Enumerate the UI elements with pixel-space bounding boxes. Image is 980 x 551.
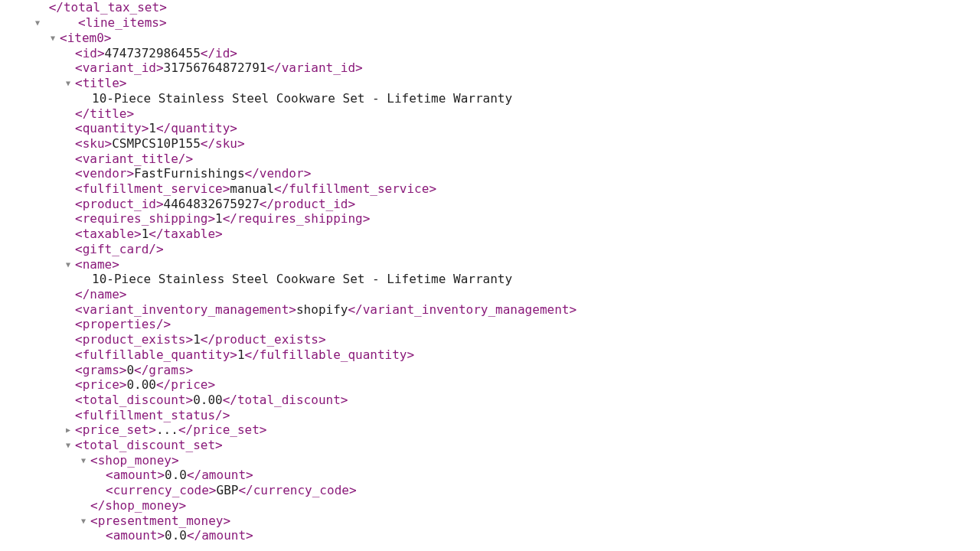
xml-leaf-variant-id: <variant_id>31756764872791</variant_id> [0,60,980,76]
xml-leaf-variant-inventory-management: <variant_inventory_management>shopify</v… [0,302,980,318]
xml-leaf-taxable: <taxable>1</taxable> [0,227,980,242]
toggle-icon[interactable]: ▼ [64,257,72,272]
xml-leaf-id: <id>4747372986455</id> [0,46,980,61]
xml-node-name[interactable]: ▼ <name> [0,257,980,272]
xml-text-title: 10-Piece Stainless Steel Cookware Set - … [0,91,980,106]
xml-node-price-set-collapsed[interactable]: ▶ <price_set>...</price_set> [0,422,980,438]
xml-leaf-total-discount: <total_discount>0.00</total_discount> [0,393,980,408]
xml-node-total-discount-set[interactable]: ▼ <total_discount_set> [0,438,980,453]
xml-leaf-product-exists: <product_exists>1</product_exists> [0,332,980,347]
xml-leaf-price: <price>0.00</price> [0,377,980,393]
toggle-icon[interactable]: ▼ [80,453,87,468]
toggle-icon[interactable]: ▼ [49,31,57,46]
xml-node-item0[interactable]: ▼ <item0> [0,31,980,46]
xml-leaf-requires-shipping: <requires_shipping>1</requires_shipping> [0,211,980,227]
xml-leaf-grams: <grams>0</grams> [0,363,980,378]
xml-leaf-shop-money-amount: <amount>0.0</amount> [0,468,980,483]
xml-leaf-vendor: <vendor>FastFurnishings</vendor> [0,166,980,181]
xml-leaf-quantity: <quantity>1</quantity> [0,121,980,136]
xml-leaf-fulfillment-service: <fulfillment_service>manual</fulfillment… [0,181,980,197]
xml-leaf-sku: <sku>CSMPCS10P155</sku> [0,136,980,152]
toggle-icon[interactable]: ▼ [34,15,41,31]
xml-text-name: 10-Piece Stainless Steel Cookware Set - … [0,272,980,287]
toggle-icon[interactable]: ▼ [64,438,72,453]
xml-close-shop-money: </shop_money> [0,498,980,514]
xml-leaf-fulfillable-quantity: <fulfillable_quantity>1</fulfillable_qua… [0,347,980,363]
xml-node-line-items[interactable]: ▼ <line_items> [0,15,980,31]
xml-leaf-properties: <properties/> [0,317,980,332]
xml-leaf-fulfillment-status: <fulfillment_status/> [0,408,980,423]
xml-leaf-product-id: <product_id>4464832675927</product_id> [0,197,980,212]
toggle-icon[interactable]: ▼ [64,76,72,91]
toggle-icon[interactable]: ▶ [64,422,72,438]
xml-close-name: </name> [0,287,980,302]
toggle-icon[interactable]: ▼ [80,514,87,529]
xml-leaf-presentment-money-amount: <amount>0.0</amount> [0,528,980,543]
xml-close-title: </title> [0,106,980,122]
xml-leaf-gift-card: <gift_card/> [0,242,980,257]
xml-leaf-variant-title: <variant_title/> [0,152,980,167]
xml-close-tag-total-tax-set: . </total_tax_set> [0,0,980,15]
xml-node-shop-money[interactable]: ▼ <shop_money> [0,453,980,468]
xml-node-presentment-money[interactable]: ▼ <presentment_money> [0,514,980,529]
xml-leaf-shop-money-currency: <currency_code>GBP</currency_code> [0,483,980,498]
xml-node-title[interactable]: ▼ <title> [0,76,980,91]
